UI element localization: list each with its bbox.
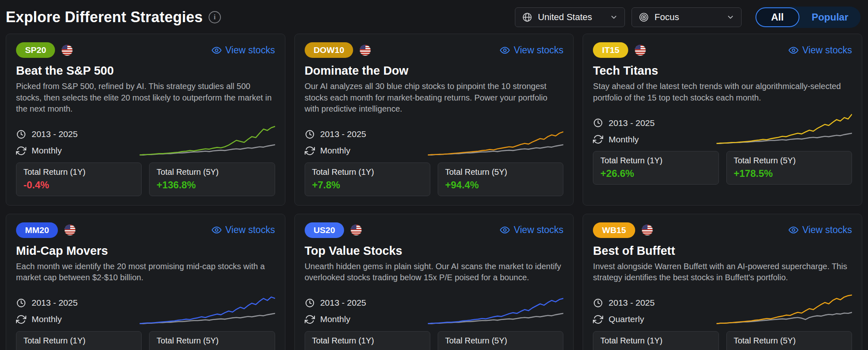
filter-option-popular[interactable]: Popular — [799, 11, 861, 23]
strategy-title: Beat the S&P 500 — [16, 64, 275, 78]
stat-value: +75.8% — [734, 348, 845, 350]
clock-icon — [16, 129, 26, 140]
performance-sparkline — [716, 289, 852, 326]
stat-label: Total Return (5Y) — [445, 336, 556, 345]
view-stocks-link[interactable]: View stocks — [500, 224, 563, 236]
rebalance-frequency: Monthly — [305, 146, 366, 156]
chevron-down-icon — [726, 13, 735, 21]
backtest-period: 2013 - 2025 — [593, 118, 654, 128]
performance-sparkline — [428, 121, 563, 158]
info-icon[interactable]: i — [209, 11, 221, 23]
card-header: IT15 View stocks — [593, 42, 852, 58]
filter-option-all[interactable]: All — [755, 7, 799, 27]
view-stocks-link[interactable]: View stocks — [211, 45, 275, 56]
clock-icon — [16, 298, 26, 308]
target-icon — [638, 12, 649, 23]
focus-select-value: Focus — [654, 12, 679, 23]
card-header: US20 View stocks — [305, 222, 564, 238]
strategy-grid: SP20 View stocks Beat the S&P 500 Picked… — [0, 33, 868, 350]
strategy-title: Dominate the Dow — [305, 64, 564, 78]
us-flag-icon — [62, 45, 73, 56]
eye-icon — [211, 45, 222, 55]
performance-sparkline — [716, 109, 852, 146]
stat-label: Total Return (1Y) — [600, 336, 711, 345]
strategy-description: Our AI analyzes all 30 blue chip stocks … — [305, 81, 564, 115]
period-label: 2013 - 2025 — [320, 298, 366, 308]
stat-label: Total Return (1Y) — [312, 336, 423, 345]
eye-icon — [500, 225, 510, 235]
clock-icon — [305, 298, 315, 308]
backtest-period: 2013 - 2025 — [16, 129, 78, 140]
total-return-1y-box: Total Return (1Y) +26.6% — [593, 151, 719, 185]
refresh-icon — [593, 134, 603, 144]
stats-row: Total Return (1Y) +10.7% Total Return (5… — [305, 331, 564, 350]
backtest-period: 2013 - 2025 — [593, 298, 654, 308]
rebalance-frequency: Monthly — [16, 146, 78, 156]
stat-label: Total Return (5Y) — [734, 336, 845, 345]
eye-icon — [788, 225, 799, 235]
performance-sparkline — [428, 289, 563, 326]
view-stocks-label: View stocks — [514, 224, 563, 236]
strategy-badge: SP20 — [16, 42, 55, 58]
total-return-5y-box: Total Return (5Y) +94.4% — [438, 162, 563, 196]
strategy-card: DOW10 View stocks Dominate the Dow Our A… — [294, 34, 574, 206]
period-label: 2013 - 2025 — [32, 129, 78, 139]
view-stocks-link[interactable]: View stocks — [500, 45, 563, 56]
meta-and-chart: 2013 - 2025 Quarterly — [593, 288, 852, 326]
filter-toggle: All Popular — [755, 7, 861, 28]
country-select-value: United States — [538, 12, 592, 23]
backtest-period: 2013 - 2025 — [305, 129, 366, 140]
focus-select[interactable]: Focus — [631, 7, 742, 27]
strategy-badge: US20 — [305, 222, 344, 238]
clock-icon — [305, 129, 315, 140]
stat-value: +26.6% — [600, 168, 711, 179]
globe-icon — [522, 12, 533, 23]
strategy-card: WB15 View stocks Best of Buffett Invest … — [583, 214, 862, 350]
strategy-badge: DOW10 — [305, 42, 354, 58]
meta-and-chart: 2013 - 2025 Monthly — [16, 288, 275, 326]
refresh-icon — [16, 314, 26, 325]
meta-and-chart: 2013 - 2025 Monthly — [305, 288, 564, 326]
rebalance-frequency: Quarterly — [593, 314, 654, 325]
stat-value: -0.4% — [23, 179, 134, 191]
total-return-1y-box: Total Return (1Y) +14.6% — [16, 331, 142, 350]
period-label: 2013 - 2025 — [609, 298, 654, 308]
view-stocks-label: View stocks — [225, 45, 275, 56]
total-return-1y-box: Total Return (1Y) -2.3% — [593, 331, 719, 350]
us-flag-icon — [635, 45, 646, 56]
country-select[interactable]: United States — [515, 7, 625, 27]
stat-label: Total Return (5Y) — [445, 167, 556, 177]
strategy-title: Mid-Cap Movers — [16, 244, 275, 258]
strategy-badge: WB15 — [593, 222, 635, 238]
view-stocks-label: View stocks — [802, 224, 852, 236]
total-return-5y-box: Total Return (5Y) +136.8% — [149, 162, 275, 196]
stat-value: -2.3% — [600, 348, 711, 350]
refresh-icon — [305, 146, 315, 156]
stat-value: +178.5% — [734, 168, 845, 179]
strategy-title: Best of Buffett — [593, 244, 852, 258]
card-header: WB15 View stocks — [593, 222, 852, 238]
eye-icon — [500, 45, 510, 55]
strategy-card: US20 View stocks Top Value Stocks Uneart… — [294, 214, 574, 350]
us-flag-icon — [351, 224, 362, 236]
stat-value: +132.3% — [156, 348, 267, 350]
view-stocks-link[interactable]: View stocks — [788, 45, 852, 56]
view-stocks-link[interactable]: View stocks — [788, 224, 852, 236]
view-stocks-link[interactable]: View stocks — [211, 224, 275, 236]
meta-column: 2013 - 2025 Quarterly — [593, 298, 654, 326]
total-return-5y-box: Total Return (5Y) +181.2% — [438, 331, 563, 350]
frequency-label: Monthly — [609, 135, 639, 144]
clock-icon — [593, 118, 603, 128]
stat-label: Total Return (1Y) — [600, 156, 711, 165]
period-label: 2013 - 2025 — [320, 129, 366, 139]
total-return-1y-box: Total Return (1Y) +7.8% — [305, 162, 430, 196]
frequency-label: Monthly — [320, 146, 351, 156]
total-return-5y-box: Total Return (5Y) +132.3% — [149, 331, 275, 350]
meta-column: 2013 - 2025 Monthly — [593, 118, 654, 146]
clock-icon — [593, 298, 603, 308]
view-stocks-label: View stocks — [514, 45, 563, 56]
frequency-label: Quarterly — [609, 314, 644, 324]
meta-column: 2013 - 2025 Monthly — [305, 129, 366, 158]
performance-sparkline — [140, 289, 275, 326]
stat-value: +14.6% — [23, 348, 134, 350]
